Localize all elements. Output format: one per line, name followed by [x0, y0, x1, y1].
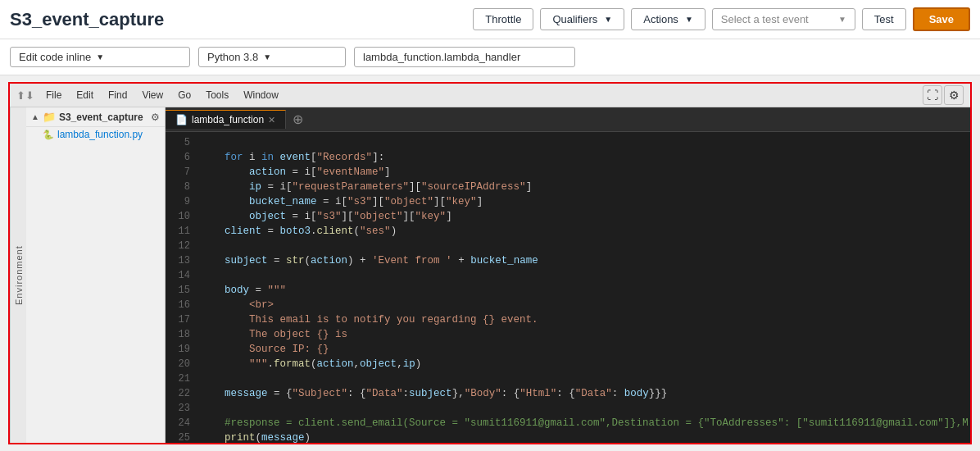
sidebar-header: ▲ 📁 S3_event_capture ⚙ — [26, 107, 165, 127]
ide-body: Environment ▲ 📁 S3_event_capture ⚙ 🐍 lam… — [10, 107, 970, 443]
menu-tools[interactable]: Tools — [199, 88, 235, 102]
edit-code-dropdown[interactable]: Edit code inline ▼ — [10, 47, 190, 67]
table-row: 23 — [166, 401, 970, 416]
ide-editor: 📄 lambda_function ✕ ⊕ 5 6 for i in event… — [166, 107, 970, 443]
table-row: 12 — [166, 239, 970, 253]
table-row: 8 ip = i["requestParameters"]["sourceIPA… — [166, 180, 970, 194]
editor-tab-lambda[interactable]: 📄 lambda_function ✕ — [166, 110, 286, 129]
select-event-arrow-icon: ▼ — [838, 15, 846, 24]
menu-file[interactable]: File — [39, 88, 68, 102]
table-row: 24 #response = client.send_email(Source … — [166, 416, 970, 430]
table-row: 17 This email is to notify you regarding… — [166, 312, 970, 327]
table-row: 11 client = boto3.client("ses") — [166, 224, 970, 239]
settings-icon[interactable]: ⚙ — [944, 85, 964, 105]
select-event-placeholder: Select a test event — [721, 13, 809, 25]
table-row: 9 bucket_name = i["s3"]["object"]["key"] — [166, 194, 970, 209]
tab-label: lambda_function — [192, 114, 264, 125]
throttle-button[interactable]: Throttle — [473, 8, 533, 30]
table-row: 7 action = i["eventName"] — [166, 165, 970, 180]
table-row: 25 print(message) — [166, 430, 970, 443]
table-row: 19 Source IP: {} — [166, 342, 970, 357]
python-arrow-icon: ▼ — [263, 52, 271, 61]
ide-container: ⬆⬇ File Edit Find View Go Tools Window ⛶… — [8, 82, 972, 444]
sidebar-settings-icon[interactable]: ⚙ — [151, 112, 160, 123]
edit-code-arrow-icon: ▼ — [96, 52, 104, 61]
table-row: 5 — [166, 135, 970, 150]
menu-edit[interactable]: Edit — [70, 88, 100, 102]
edit-code-label: Edit code inline — [19, 51, 91, 63]
qualifiers-button[interactable]: Qualifiers — [540, 8, 624, 30]
ide-menubar: ⬆⬇ File Edit Find View Go Tools Window ⛶… — [10, 84, 970, 107]
folder-icon: 📁 — [43, 111, 56, 123]
menu-find[interactable]: Find — [102, 88, 134, 102]
ide-sidebar: ▲ 📁 S3_event_capture ⚙ 🐍 lambda_function… — [26, 107, 166, 443]
table-row: 21 — [166, 371, 970, 386]
environment-label[interactable]: Environment — [10, 107, 26, 443]
handler-input[interactable] — [354, 47, 575, 67]
page-title: S3_event_capture — [10, 9, 164, 30]
test-button[interactable]: Test — [862, 8, 906, 30]
save-button[interactable]: Save — [913, 7, 970, 31]
tab-add-icon[interactable]: ⊕ — [286, 108, 310, 130]
tab-close-icon[interactable]: ✕ — [268, 115, 275, 125]
sort-icon: ⬆⬇ — [16, 89, 34, 102]
menu-view[interactable]: View — [135, 88, 170, 102]
sidebar-file-item[interactable]: 🐍 lambda_function.py — [26, 127, 165, 142]
actions-button[interactable]: Actions — [631, 8, 706, 30]
python-file-icon: 🐍 — [43, 130, 54, 140]
code-area[interactable]: 5 6 for i in event["Records"]: 7 action … — [166, 132, 970, 443]
second-bar: Edit code inline ▼ Python 3.8 ▼ — [0, 39, 980, 75]
editor-tabs: 📄 lambda_function ✕ ⊕ — [166, 107, 970, 132]
table-row: 6 for i in event["Records"]: — [166, 150, 970, 165]
table-row: 10 object = i["s3"]["object"]["key"] — [166, 209, 970, 224]
table-row: 22 message = {"Subject": {"Data":subject… — [166, 386, 970, 401]
menu-go[interactable]: Go — [171, 88, 197, 102]
table-row: 18 The object {} is — [166, 327, 970, 342]
table-row: 14 — [166, 268, 970, 283]
tab-file-icon: 📄 — [175, 114, 188, 125]
table-row: 16 <br> — [166, 298, 970, 312]
ide-left-panel: Environment ▲ 📁 S3_event_capture ⚙ 🐍 lam… — [10, 107, 166, 443]
sidebar-folder-name: S3_event_capture — [59, 112, 143, 123]
top-bar: S3_event_capture Throttle Qualifiers Act… — [0, 0, 980, 39]
sidebar-filename: lambda_function.py — [57, 129, 143, 140]
table-row: 20 """.format(action,object,ip) — [166, 357, 970, 371]
table-row: 15 body = """ — [166, 283, 970, 298]
collapse-icon[interactable]: ▲ — [31, 112, 39, 121]
python-version-dropdown[interactable]: Python 3.8 ▼ — [198, 47, 346, 67]
menu-window[interactable]: Window — [237, 88, 285, 102]
table-row: 13 subject = str(action) + 'Event from '… — [166, 253, 970, 268]
select-test-event-dropdown[interactable]: Select a test event ▼ — [712, 8, 855, 30]
expand-icon[interactable]: ⛶ — [923, 85, 942, 105]
python-version-label: Python 3.8 — [207, 51, 258, 63]
